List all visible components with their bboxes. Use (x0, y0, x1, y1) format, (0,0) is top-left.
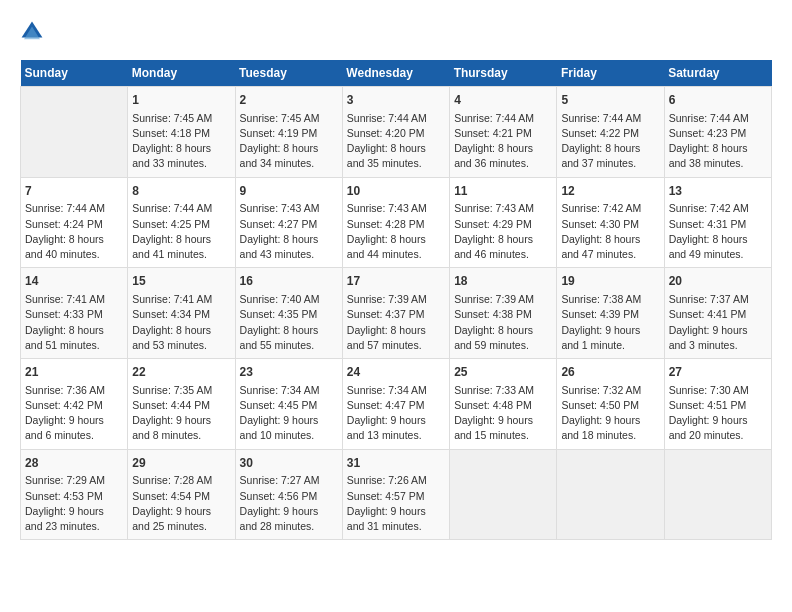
daylight-text-cont: and 18 minutes. (561, 428, 659, 443)
sunset-text: Sunset: 4:28 PM (347, 217, 445, 232)
sunset-text: Sunset: 4:27 PM (240, 217, 338, 232)
daylight-text-cont: and 49 minutes. (669, 247, 767, 262)
daylight-text-cont: and 41 minutes. (132, 247, 230, 262)
daylight-text-cont: and 47 minutes. (561, 247, 659, 262)
day-info: Sunrise: 7:42 AMSunset: 4:31 PMDaylight:… (669, 201, 767, 262)
day-info: Sunrise: 7:27 AMSunset: 4:56 PMDaylight:… (240, 473, 338, 534)
sunrise-text: Sunrise: 7:44 AM (25, 201, 123, 216)
daylight-text: Daylight: 9 hours (454, 413, 552, 428)
day-number: 17 (347, 273, 445, 290)
day-number: 8 (132, 183, 230, 200)
daylight-text: Daylight: 8 hours (561, 232, 659, 247)
day-number: 13 (669, 183, 767, 200)
day-number: 26 (561, 364, 659, 381)
sunset-text: Sunset: 4:54 PM (132, 489, 230, 504)
weekday-header-row: SundayMondayTuesdayWednesdayThursdayFrid… (21, 60, 772, 87)
calendar-cell: 28Sunrise: 7:29 AMSunset: 4:53 PMDayligh… (21, 449, 128, 540)
sunrise-text: Sunrise: 7:44 AM (454, 111, 552, 126)
day-number: 11 (454, 183, 552, 200)
day-number: 27 (669, 364, 767, 381)
sunrise-text: Sunrise: 7:39 AM (454, 292, 552, 307)
daylight-text-cont: and 25 minutes. (132, 519, 230, 534)
calendar-cell: 1Sunrise: 7:45 AMSunset: 4:18 PMDaylight… (128, 87, 235, 178)
calendar-cell: 20Sunrise: 7:37 AMSunset: 4:41 PMDayligh… (664, 268, 771, 359)
daylight-text-cont: and 35 minutes. (347, 156, 445, 171)
calendar-cell: 8Sunrise: 7:44 AMSunset: 4:25 PMDaylight… (128, 177, 235, 268)
daylight-text: Daylight: 8 hours (132, 232, 230, 247)
day-number: 31 (347, 455, 445, 472)
sunrise-text: Sunrise: 7:44 AM (561, 111, 659, 126)
day-number: 24 (347, 364, 445, 381)
sunrise-text: Sunrise: 7:43 AM (454, 201, 552, 216)
sunrise-text: Sunrise: 7:43 AM (240, 201, 338, 216)
day-number: 15 (132, 273, 230, 290)
day-number: 30 (240, 455, 338, 472)
day-info: Sunrise: 7:44 AMSunset: 4:23 PMDaylight:… (669, 111, 767, 172)
sunset-text: Sunset: 4:18 PM (132, 126, 230, 141)
sunrise-text: Sunrise: 7:26 AM (347, 473, 445, 488)
daylight-text: Daylight: 8 hours (25, 323, 123, 338)
day-info: Sunrise: 7:43 AMSunset: 4:28 PMDaylight:… (347, 201, 445, 262)
calendar-cell (557, 449, 664, 540)
daylight-text: Daylight: 9 hours (132, 504, 230, 519)
sunset-text: Sunset: 4:44 PM (132, 398, 230, 413)
sunrise-text: Sunrise: 7:29 AM (25, 473, 123, 488)
weekday-header-thursday: Thursday (450, 60, 557, 87)
sunset-text: Sunset: 4:29 PM (454, 217, 552, 232)
daylight-text-cont: and 44 minutes. (347, 247, 445, 262)
sunset-text: Sunset: 4:25 PM (132, 217, 230, 232)
sunrise-text: Sunrise: 7:42 AM (669, 201, 767, 216)
day-info: Sunrise: 7:29 AMSunset: 4:53 PMDaylight:… (25, 473, 123, 534)
sunrise-text: Sunrise: 7:35 AM (132, 383, 230, 398)
calendar-cell: 21Sunrise: 7:36 AMSunset: 4:42 PMDayligh… (21, 359, 128, 450)
calendar-cell: 31Sunrise: 7:26 AMSunset: 4:57 PMDayligh… (342, 449, 449, 540)
daylight-text-cont: and 33 minutes. (132, 156, 230, 171)
week-row-2: 7Sunrise: 7:44 AMSunset: 4:24 PMDaylight… (21, 177, 772, 268)
calendar-cell: 13Sunrise: 7:42 AMSunset: 4:31 PMDayligh… (664, 177, 771, 268)
day-info: Sunrise: 7:32 AMSunset: 4:50 PMDaylight:… (561, 383, 659, 444)
daylight-text: Daylight: 8 hours (347, 232, 445, 247)
daylight-text: Daylight: 9 hours (669, 323, 767, 338)
day-number: 3 (347, 92, 445, 109)
day-info: Sunrise: 7:43 AMSunset: 4:29 PMDaylight:… (454, 201, 552, 262)
daylight-text-cont: and 1 minute. (561, 338, 659, 353)
sunset-text: Sunset: 4:57 PM (347, 489, 445, 504)
day-info: Sunrise: 7:37 AMSunset: 4:41 PMDaylight:… (669, 292, 767, 353)
daylight-text-cont: and 20 minutes. (669, 428, 767, 443)
week-row-1: 1Sunrise: 7:45 AMSunset: 4:18 PMDaylight… (21, 87, 772, 178)
daylight-text-cont: and 23 minutes. (25, 519, 123, 534)
sunset-text: Sunset: 4:20 PM (347, 126, 445, 141)
day-number: 20 (669, 273, 767, 290)
sunrise-text: Sunrise: 7:34 AM (347, 383, 445, 398)
daylight-text: Daylight: 9 hours (132, 413, 230, 428)
logo-icon (20, 20, 44, 44)
day-info: Sunrise: 7:39 AMSunset: 4:38 PMDaylight:… (454, 292, 552, 353)
daylight-text-cont: and 37 minutes. (561, 156, 659, 171)
calendar-cell: 19Sunrise: 7:38 AMSunset: 4:39 PMDayligh… (557, 268, 664, 359)
calendar-cell: 30Sunrise: 7:27 AMSunset: 4:56 PMDayligh… (235, 449, 342, 540)
sunset-text: Sunset: 4:19 PM (240, 126, 338, 141)
calendar-cell: 22Sunrise: 7:35 AMSunset: 4:44 PMDayligh… (128, 359, 235, 450)
calendar-cell: 16Sunrise: 7:40 AMSunset: 4:35 PMDayligh… (235, 268, 342, 359)
week-row-4: 21Sunrise: 7:36 AMSunset: 4:42 PMDayligh… (21, 359, 772, 450)
calendar-cell: 10Sunrise: 7:43 AMSunset: 4:28 PMDayligh… (342, 177, 449, 268)
daylight-text: Daylight: 9 hours (25, 504, 123, 519)
sunset-text: Sunset: 4:48 PM (454, 398, 552, 413)
page-header (20, 20, 772, 44)
calendar-cell: 5Sunrise: 7:44 AMSunset: 4:22 PMDaylight… (557, 87, 664, 178)
sunset-text: Sunset: 4:22 PM (561, 126, 659, 141)
calendar-cell: 17Sunrise: 7:39 AMSunset: 4:37 PMDayligh… (342, 268, 449, 359)
day-info: Sunrise: 7:44 AMSunset: 4:21 PMDaylight:… (454, 111, 552, 172)
day-number: 23 (240, 364, 338, 381)
calendar-cell (664, 449, 771, 540)
daylight-text-cont: and 57 minutes. (347, 338, 445, 353)
day-number: 28 (25, 455, 123, 472)
daylight-text: Daylight: 8 hours (240, 323, 338, 338)
weekday-header-sunday: Sunday (21, 60, 128, 87)
daylight-text-cont: and 46 minutes. (454, 247, 552, 262)
weekday-header-wednesday: Wednesday (342, 60, 449, 87)
calendar-cell: 7Sunrise: 7:44 AMSunset: 4:24 PMDaylight… (21, 177, 128, 268)
calendar-cell: 26Sunrise: 7:32 AMSunset: 4:50 PMDayligh… (557, 359, 664, 450)
day-info: Sunrise: 7:38 AMSunset: 4:39 PMDaylight:… (561, 292, 659, 353)
daylight-text-cont: and 8 minutes. (132, 428, 230, 443)
